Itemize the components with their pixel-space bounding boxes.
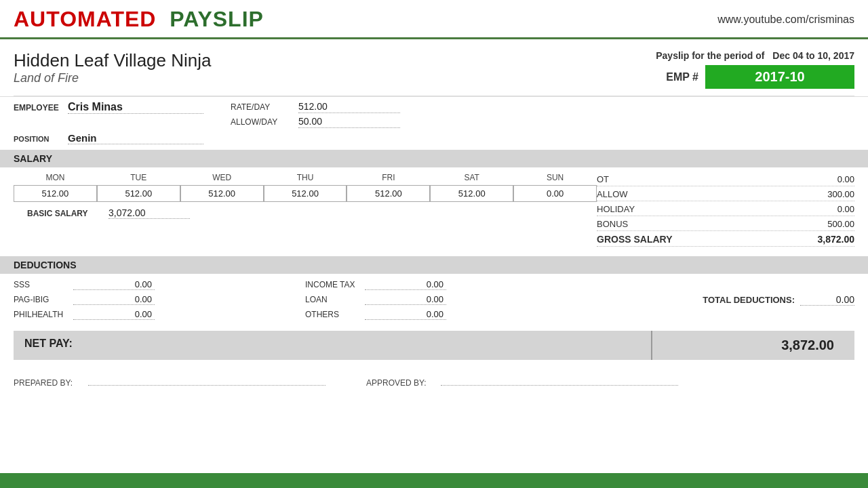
sss-row: SSS 0.00 — [14, 279, 292, 290]
net-pay-value: 3,872.00 — [651, 331, 854, 360]
title-payslip-text: PAYSLIP — [170, 7, 264, 31]
others-value: 0.00 — [365, 309, 446, 320]
employee-name: Cris Minas — [68, 101, 203, 114]
approved-by-label: APPROVED BY: — [366, 378, 434, 388]
basic-salary-value: 3,072.00 — [108, 207, 190, 219]
position-label: POSITION — [14, 135, 61, 143]
website-url: www.youtube.com/crisminas — [717, 14, 854, 26]
day-fri-value: 512.00 — [347, 185, 430, 202]
period-value: Dec 04 to 10, 2017 — [772, 50, 854, 61]
rate-label: RATE/DAY — [231, 102, 292, 112]
deductions-middle: INCOME TAX 0.00 LOAN 0.00 OTHERS 0.00 — [305, 279, 583, 320]
salary-section-header: SALARY — [0, 150, 868, 167]
day-sun-value: 0.00 — [513, 185, 597, 202]
payslip-period: Payslip for the period of Dec 04 to 10, … — [650, 50, 854, 61]
salary-right-block: OT 0.00 ALLOW 300.00 HOLIDAY 0.00 BONUS … — [597, 173, 854, 248]
deductions-area: SSS 0.00 PAG-IBIG 0.00 PHILHEALTH 0.00 I… — [0, 274, 868, 325]
day-tue-value: 512.00 — [97, 185, 180, 202]
day-thu-value: 512.00 — [264, 185, 347, 202]
signatures-section: PREPARED BY: APPROVED BY: — [0, 365, 868, 397]
allow-salary-value: 300.00 — [800, 189, 854, 199]
day-thu-header: THU — [264, 173, 347, 182]
bonus-label: BONUS — [597, 219, 628, 229]
total-deductions-value: 0.00 — [800, 294, 854, 306]
rate-row: RATE/DAY 512.00 — [231, 101, 400, 113]
approved-by: APPROVED BY: — [366, 375, 678, 388]
philhealth-row: PHILHEALTH 0.00 — [14, 309, 292, 320]
basic-salary-row: BASIC SALARY 3,072.00 — [14, 202, 597, 224]
company-subtitle: Land of Fire — [14, 71, 212, 85]
deductions-section-header: DEDUCTIONS — [0, 256, 868, 274]
employee-name-pair: EMPLOYEE Cris Minas — [14, 101, 203, 128]
day-wed-header: WED — [180, 173, 264, 182]
position-value: Genin — [68, 132, 203, 144]
allow-row: ALLOW/DAY 50.00 — [231, 116, 400, 128]
day-tue-header: TUE — [97, 173, 180, 182]
ot-label: OT — [597, 174, 609, 184]
salary-area: MON TUE WED THU FRI SAT SUN 512.00 512.0… — [0, 167, 868, 253]
bonus-value: 500.00 — [800, 219, 854, 229]
prepared-by-line — [88, 375, 326, 386]
pagibig-row: PAG-IBIG 0.00 — [14, 294, 292, 305]
company-info: Hidden Leaf Village Ninja Land of Fire — [14, 50, 212, 85]
gross-salary-value: 3,872.00 — [800, 234, 854, 245]
gross-salary-row: GROSS SALARY 3,872.00 — [597, 232, 854, 247]
others-label: OTHERS — [305, 310, 359, 319]
allow-salary-label: ALLOW — [597, 189, 628, 199]
others-row: OTHERS 0.00 — [305, 309, 583, 320]
gross-salary-label: GROSS SALARY — [597, 234, 673, 245]
allow-value: 50.00 — [298, 116, 400, 128]
deductions-left: SSS 0.00 PAG-IBIG 0.00 PHILHEALTH 0.00 — [14, 279, 292, 320]
days-values: 512.00 512.00 512.00 512.00 512.00 512.0… — [14, 185, 597, 202]
emp-label: EMP # — [666, 71, 698, 83]
day-sat-header: SAT — [430, 173, 513, 182]
page-title: AUTOMATED PAYSLIP — [14, 7, 264, 32]
pagibig-value: 0.00 — [73, 294, 155, 305]
net-pay-label: NET PAY: — [14, 331, 651, 360]
income-tax-label: INCOME TAX — [305, 280, 359, 289]
allow-label: ALLOW/DAY — [231, 117, 292, 127]
day-mon-header: MON — [14, 173, 97, 182]
page-header: AUTOMATED PAYSLIP www.youtube.com/crismi… — [0, 0, 868, 39]
day-wed-value: 512.00 — [180, 185, 264, 202]
net-pay-row: NET PAY: 3,872.00 — [14, 331, 854, 360]
holiday-label: HOLIDAY — [597, 204, 635, 214]
total-deductions-label: TOTAL DEDUCTIONS: — [703, 295, 795, 305]
rate-section: RATE/DAY 512.00 ALLOW/DAY 50.00 — [231, 101, 400, 128]
holiday-row: HOLIDAY 0.00 — [597, 203, 854, 216]
rate-value: 512.00 — [298, 101, 400, 113]
company-name: Hidden Leaf Village Ninja — [14, 50, 212, 71]
prepared-by-label: PREPARED BY: — [14, 378, 81, 388]
day-sun-header: SUN — [513, 173, 597, 182]
income-tax-value: 0.00 — [365, 279, 446, 290]
ot-row: OT 0.00 — [597, 173, 854, 186]
deductions-right: TOTAL DEDUCTIONS: 0.00 — [597, 279, 854, 320]
title-automated-text: AUTOMATED — [14, 7, 156, 31]
sss-value: 0.00 — [73, 279, 155, 290]
total-deductions-row: TOTAL DEDUCTIONS: 0.00 — [597, 294, 854, 306]
pagibig-label: PAG-IBIG — [14, 295, 68, 304]
day-sat-value: 512.00 — [430, 185, 513, 202]
loan-label: LOAN — [305, 295, 359, 304]
prepared-by: PREPARED BY: — [14, 375, 326, 388]
philhealth-value: 0.00 — [73, 309, 155, 320]
salary-left: MON TUE WED THU FRI SAT SUN 512.00 512.0… — [14, 173, 597, 248]
position-row: POSITION Genin — [0, 132, 868, 147]
footer-bar — [0, 473, 868, 488]
emp-number-row: EMP # 2017-10 — [650, 65, 854, 89]
holiday-value: 0.00 — [800, 204, 854, 214]
day-mon-value: 512.00 — [14, 185, 97, 202]
allow-salary-row: ALLOW 300.00 — [597, 188, 854, 201]
period-label: Payslip for the period of — [656, 50, 764, 61]
employee-label: EMPLOYEE — [14, 103, 61, 113]
company-section: Hidden Leaf Village Ninja Land of Fire P… — [0, 39, 868, 96]
approved-by-line — [441, 375, 678, 386]
loan-value: 0.00 — [365, 294, 446, 305]
income-tax-row: INCOME TAX 0.00 — [305, 279, 583, 290]
philhealth-label: PHILHEALTH — [14, 310, 68, 319]
days-headers: MON TUE WED THU FRI SAT SUN — [14, 173, 597, 182]
basic-salary-label: BASIC SALARY — [27, 209, 102, 218]
day-fri-header: FRI — [347, 173, 430, 182]
bonus-row: BONUS 500.00 — [597, 218, 854, 231]
employee-info-section: EMPLOYEE Cris Minas RATE/DAY 512.00 ALLO… — [0, 96, 868, 132]
